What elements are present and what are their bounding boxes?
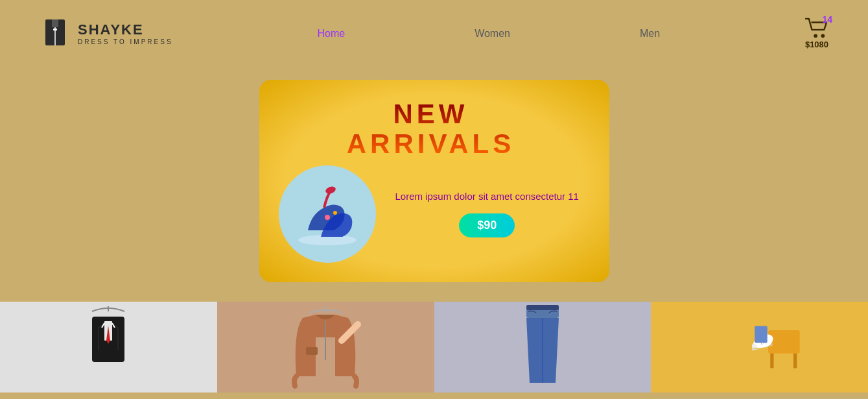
main-nav: Home Women Men [317, 28, 660, 40]
logo-text: SHAYKE DRESS TO IMPRESS [78, 21, 173, 45]
product-card-jeans[interactable] [434, 302, 651, 393]
suit-illustration [76, 305, 141, 389]
banner-title: NEW ARRIVALS [347, 99, 515, 159]
product-image-jacket [217, 302, 434, 393]
svg-point-9 [333, 211, 337, 215]
nav-men[interactable]: Men [640, 28, 660, 40]
shoes-illustration [288, 175, 366, 253]
cart-badge: 14 [822, 14, 832, 25]
svg-rect-20 [768, 330, 800, 354]
product-card-suit[interactable] [0, 302, 217, 393]
svg-rect-15 [306, 347, 318, 355]
svg-rect-26 [755, 326, 768, 343]
jeans-illustration [517, 305, 569, 389]
product-card-sneakers[interactable] [651, 302, 868, 393]
svg-point-7 [324, 186, 336, 195]
svg-point-5 [821, 34, 825, 38]
logo[interactable]: SHAYKE DRESS TO IMPRESS [39, 14, 173, 53]
banner-product-image [279, 165, 376, 263]
nav-home[interactable]: Home [317, 28, 345, 40]
svg-rect-1 [52, 19, 58, 27]
cart-price: $1080 [805, 40, 828, 49]
logo-tagline: DRESS TO IMPRESS [78, 38, 173, 45]
product-image-jeans [434, 302, 651, 393]
sneakers-illustration [718, 315, 802, 380]
nav-women[interactable]: Women [475, 28, 510, 40]
product-card-jacket[interactable] [217, 302, 434, 393]
svg-point-4 [814, 34, 817, 38]
product-image-suit [0, 302, 217, 393]
banner-description: Lorem ipsum dolor sit amet consectetur 1… [395, 191, 579, 202]
cart-button[interactable]: 14 $1080 [804, 18, 829, 49]
hero-section: NEW ARRIVALS Lorem [0, 67, 868, 302]
banner-price[interactable]: $90 [459, 213, 515, 237]
hero-banner: NEW ARRIVALS Lorem [259, 80, 609, 282]
logo-icon [39, 14, 71, 53]
svg-rect-18 [526, 305, 559, 310]
product-grid [0, 302, 868, 393]
jacket-illustration [283, 305, 368, 389]
logo-brand-name: SHAYKE [78, 21, 173, 38]
banner-content: Lorem ipsum dolor sit amet consectetur 1… [279, 165, 583, 263]
banner-right: Lorem ipsum dolor sit amet consectetur 1… [395, 191, 579, 237]
svg-rect-21 [770, 354, 773, 369]
svg-rect-3 [53, 29, 57, 30]
header: SHAYKE DRESS TO IMPRESS Home Women Men 1… [0, 0, 868, 67]
product-image-sneakers [651, 302, 868, 393]
svg-rect-22 [793, 354, 797, 369]
svg-point-8 [325, 215, 330, 220]
